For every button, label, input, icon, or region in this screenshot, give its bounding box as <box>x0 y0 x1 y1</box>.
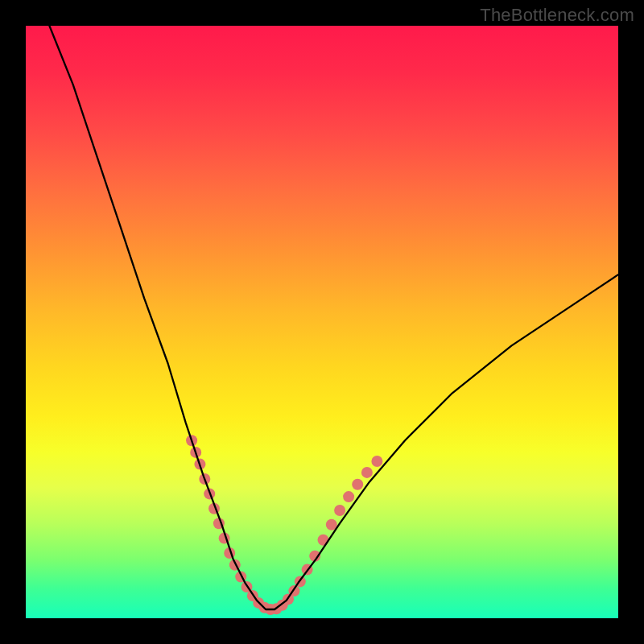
marker-dot <box>352 479 363 490</box>
plot-area <box>26 26 618 618</box>
marker-dot <box>371 456 382 467</box>
marker-dot <box>361 467 373 478</box>
marker-dot <box>343 491 354 502</box>
attribution-text: TheBottleneck.com <box>480 5 634 26</box>
marker-dot <box>334 505 345 516</box>
chart-frame: TheBottleneck.com <box>0 0 644 644</box>
marker-dots-group <box>186 435 382 615</box>
curve-svg <box>26 26 618 618</box>
